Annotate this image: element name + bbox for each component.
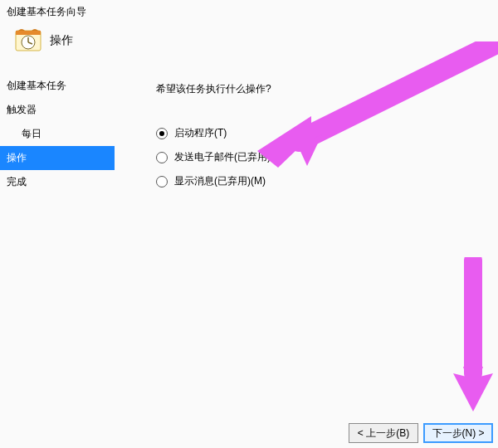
wizard-content: 希望该任务执行什么操作? 启动程序(T)发送电子邮件(已弃用)(S)显示消息(已… — [115, 67, 498, 382]
radio-icon[interactable] — [156, 128, 168, 139]
sidebar-step-1[interactable]: 触发器 — [0, 98, 115, 122]
wizard-title: 创建基本任务向导 — [5, 3, 493, 24]
radio-icon[interactable] — [156, 176, 168, 187]
action-question: 希望该任务执行什么操作? — [156, 82, 491, 96]
action-option-label: 发送电子邮件(已弃用)(S) — [174, 150, 284, 164]
radio-icon[interactable] — [156, 152, 168, 163]
back-button[interactable]: < 上一步(B) — [349, 423, 418, 443]
sidebar-step-3[interactable]: 操作 — [0, 146, 115, 170]
next-button[interactable]: 下一步(N) > — [423, 423, 493, 443]
wizard-footer: < 上一步(B) 下一步(N) > — [349, 423, 493, 443]
action-option-2[interactable]: 显示消息(已弃用)(M) — [156, 174, 491, 188]
sidebar-step-4[interactable]: 完成 — [0, 170, 115, 194]
action-option-label: 启动程序(T) — [174, 126, 227, 140]
sidebar-step-0[interactable]: 创建基本任务 — [0, 74, 115, 98]
sidebar-step-2[interactable]: 每日 — [0, 122, 115, 146]
wizard-steps-sidebar: 创建基本任务触发器每日操作完成 — [0, 67, 115, 382]
action-option-1[interactable]: 发送电子邮件(已弃用)(S) — [156, 150, 491, 164]
action-option-label: 显示消息(已弃用)(M) — [174, 174, 266, 188]
action-option-0[interactable]: 启动程序(T) — [156, 126, 491, 140]
page-heading: 操作 — [50, 33, 73, 48]
wizard-clock-icon — [15, 27, 42, 54]
action-radio-group: 启动程序(T)发送电子邮件(已弃用)(S)显示消息(已弃用)(M) — [156, 126, 491, 188]
svg-rect-1 — [16, 31, 41, 35]
